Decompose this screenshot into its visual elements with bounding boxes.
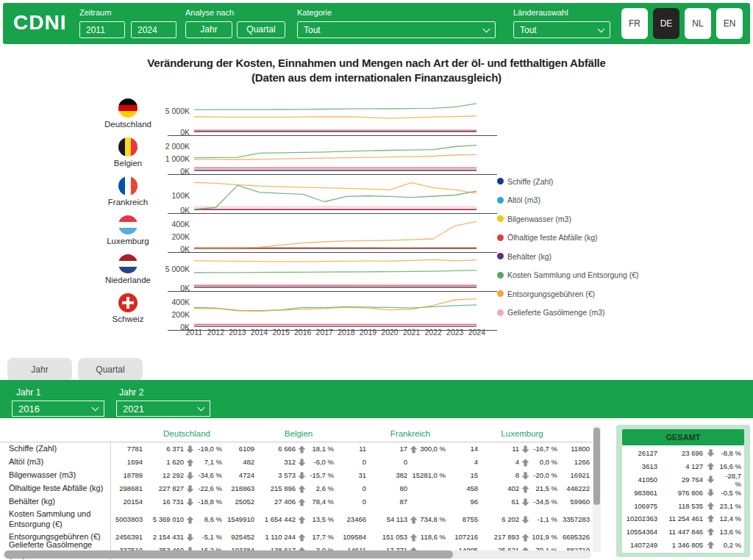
value-2021: 87 [366, 498, 407, 506]
value-2016: 1549910 [222, 515, 254, 524]
percent-change: -16,7 % [531, 445, 557, 453]
gesamt-value-2021: 23 696 [657, 449, 703, 457]
legend-item[interactable]: Behälter (kg) [497, 247, 639, 266]
gesamt-value-2016: 1407249 [624, 541, 657, 549]
legend-item[interactable]: Gelieferte Gasölmenge (m3) [497, 304, 639, 323]
legend-item[interactable]: Schiffe (Zahl) [497, 172, 639, 191]
country-cell-group: 9661-34,5 % [446, 498, 557, 506]
value-2016: 59960 [557, 498, 590, 506]
x-tick-label: 2021 [401, 328, 423, 337]
y-tick-label: 100K [144, 191, 190, 200]
legend-dot-icon [497, 290, 504, 297]
trend-down-arrow-icon [186, 472, 194, 480]
jahr1-select[interactable]: 2016 [12, 401, 104, 417]
value-2021: 3 573 [254, 471, 296, 480]
kategorie-value: Tout [304, 25, 321, 35]
y-tick-label: 200K [144, 310, 190, 319]
horizontal-scrollbar-thumb[interactable] [4, 550, 453, 559]
value-2016: 7781 [110, 445, 143, 453]
legend-item[interactable]: Ölhaltige feste Abfälle (kg) [497, 229, 639, 248]
value-2021: 6 371 [143, 445, 184, 453]
lang-button-de[interactable]: DE [653, 8, 679, 39]
gesamt-percent-change: 16,6 % [718, 462, 743, 470]
value-2016: 8755 [446, 515, 478, 524]
percent-change: 18,1 % [307, 445, 334, 453]
country-cell-group: 87556 202-1,1 % [446, 515, 557, 524]
tab-quartal[interactable]: Quartal [78, 358, 143, 381]
country-cell-group: 9254521 110 24417,7 % [222, 533, 334, 542]
gesamt-value-2016: 106975 [624, 502, 657, 510]
lang-button-fr[interactable]: FR [621, 8, 648, 39]
zeitraum-to-input[interactable] [131, 21, 176, 38]
chart-row-ch: Schweiz400K200K0K [0, 292, 753, 331]
y-tick-label: 1 000K [144, 154, 190, 163]
kategorie-select[interactable]: Tout [297, 21, 496, 38]
lang-button-nl[interactable]: NL [685, 8, 711, 39]
gesamt-percent-change: 0,2 % [718, 541, 743, 549]
dashboard: CDNI Zeitraum Analyse nach Jahr Quartal … [0, 0, 753, 560]
trend-down-arrow-icon [186, 485, 194, 493]
value-2021: 0 [366, 458, 407, 467]
value-2016: 3357283 [557, 515, 590, 524]
zeitraum-from-input[interactable] [79, 21, 125, 38]
value-2016: 107216 [446, 533, 478, 542]
x-tick-label: 2019 [357, 328, 379, 337]
country-cell-group: 15499101 654 44213,5 % [222, 515, 334, 524]
x-tick-label: 2024 [466, 328, 488, 337]
country-cell-group: 2346654 113734,8 % [334, 515, 446, 524]
gesamt-value-2016: 41050 [624, 475, 657, 484]
legend-item[interactable]: Altöl (m3) [497, 191, 639, 210]
country-cell-group: 50038035 369 0108,6 % [110, 515, 222, 524]
value-2021: 217 893 [478, 533, 519, 542]
gesamt-percent-change: -0,5 % [718, 489, 743, 497]
x-tick-label: 2011 [183, 328, 205, 337]
row-label: Kosten Sammlung und Entsorgung (€) [0, 509, 110, 530]
row-label: Altöl (m3) [0, 457, 110, 467]
analyse-quartal-button[interactable]: Quartal [237, 21, 285, 38]
tab-jahr[interactable]: Jahr [7, 358, 72, 381]
value-2016: 5003803 [110, 515, 143, 524]
percent-change: -34,6 % [196, 471, 222, 480]
percent-change: -1,1 % [531, 515, 557, 524]
country-cell-group: 1692113 7 [557, 471, 593, 480]
mini-line-chart [194, 292, 477, 331]
lang-button-en[interactable]: EN [716, 8, 743, 39]
laenderauswahl-select[interactable]: Tout [513, 21, 610, 38]
trend-up-arrow-icon [707, 502, 715, 510]
vertical-scrollbar-thumb[interactable] [593, 428, 600, 505]
chevron-down-icon [198, 404, 205, 412]
percent-change: -18,8 % [196, 498, 222, 506]
legend-item[interactable]: Bilgenwasser (m3) [497, 209, 639, 229]
country-cell-group: 109584151 053118,6 % [334, 533, 446, 542]
value-2016: 11 [334, 445, 366, 453]
percent-change: 13,5 % [307, 515, 334, 524]
value-2016: 20154 [110, 498, 143, 506]
flag-ch-icon [118, 293, 138, 312]
percent-change: -19,0 % [196, 445, 222, 453]
value-2021: 6 202 [478, 515, 519, 524]
legend-item[interactable]: Entsorgungsgebühren (€) [497, 284, 639, 304]
trend-down-arrow-icon [186, 445, 194, 453]
country-cell-group: 158-20,0 % [446, 471, 557, 480]
legend-item[interactable]: Kosten Sammlung und Entsorgung (€) [497, 266, 639, 285]
jahr2-label: Jahr 2 [119, 387, 143, 398]
mini-line-chart [194, 214, 477, 253]
x-tick-label: 2016 [292, 328, 314, 337]
trend-down-arrow-icon [186, 498, 194, 506]
legend-label: Bilgenwasser (m3) [507, 215, 571, 223]
value-2016: 1694 [110, 458, 143, 467]
jahr1-value: 2016 [18, 403, 40, 414]
analyse-jahr-button[interactable]: Jahr [185, 21, 232, 38]
jahr2-select[interactable]: 2021 [116, 401, 210, 417]
value-2021: 151 053 [366, 533, 407, 542]
table-row: Ölhaltige feste Abfälle (kg)298681227 82… [0, 482, 593, 495]
percent-change: -5,1 % [196, 533, 222, 542]
country-cell-group: 47243 573-15,7 % [222, 471, 334, 480]
percent-change [419, 484, 446, 493]
legend-dot-icon [497, 215, 504, 222]
value-2021: 227 827 [143, 484, 184, 493]
row-label: Schiffe (Zahl) [0, 444, 110, 454]
x-tick-label: 2018 [335, 328, 357, 337]
value-2016: 2456391 [110, 533, 143, 542]
gesamt-percent-change: 13,6 % [718, 528, 743, 536]
